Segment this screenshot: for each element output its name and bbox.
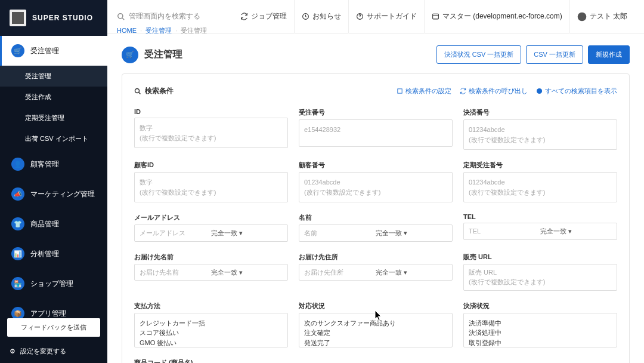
shirt-icon: 👕: [11, 217, 24, 230]
input-customer-id[interactable]: 数字(改行で複数設定できます): [134, 172, 288, 202]
nav-orders[interactable]: 🛒 受注管理: [0, 36, 107, 66]
reload-icon: [460, 88, 466, 94]
nav-analytics-label: 分析管理: [30, 249, 59, 259]
label-product-code: 商品コード (商品名): [134, 358, 617, 364]
chart-icon: 📊: [11, 247, 24, 260]
settings-link[interactable]: ⚙ 設定を変更する: [10, 347, 66, 356]
csv-payment-update-button[interactable]: 決済状況 CSV 一括更新: [436, 45, 522, 64]
subnav-subscription[interactable]: 定期受注管理: [0, 107, 107, 128]
top-news[interactable]: お知らせ: [294, 0, 348, 33]
refresh-icon: [240, 13, 248, 20]
search-load-link[interactable]: 検索条件の呼び出し: [460, 87, 528, 96]
top-job[interactable]: ジョブ管理: [233, 0, 294, 33]
label-ship-addr: お届け先住所: [299, 253, 453, 262]
label-name: 名前: [299, 213, 453, 222]
input-email[interactable]: メールアドレス完全一致 ▾: [134, 224, 288, 242]
label-customer-num: 顧客番号: [299, 161, 453, 170]
search-card-title: 検索条件: [134, 86, 174, 96]
search-showall-link[interactable]: すべての検索項目を表示: [536, 87, 617, 96]
search-icon: [134, 88, 141, 95]
cart-icon: 🛒: [11, 44, 24, 57]
label-payment-num: 決済番号: [463, 108, 617, 117]
crumb-home[interactable]: HOME: [117, 27, 137, 34]
nav-customers[interactable]: 👤顧客管理: [0, 149, 107, 179]
avatar-icon: [577, 12, 587, 21]
top-master[interactable]: マスター (development.ec-force.com): [424, 0, 569, 33]
nav-analytics[interactable]: 📊分析管理: [0, 239, 107, 269]
svg-rect-6: [398, 89, 402, 93]
nav-orders-label: 受注管理: [30, 46, 59, 56]
input-ship-name[interactable]: お届け先名前完全一致 ▾: [134, 264, 288, 281]
search-icon: [117, 13, 125, 21]
brand-logo: [10, 10, 26, 26]
label-ship-name: お届け先名前: [134, 253, 288, 262]
svg-point-0: [118, 13, 123, 18]
label-id: ID: [134, 108, 288, 115]
input-ship-addr[interactable]: お届け先住所完全一致 ▾: [299, 264, 453, 281]
brand-name: SUPER STUDIO: [32, 14, 93, 22]
input-tel[interactable]: TEL完全一致 ▾: [463, 223, 617, 240]
top-user[interactable]: テスト 太郎: [569, 0, 634, 33]
label-sale-url: 販売 URL: [463, 253, 617, 262]
match-tel[interactable]: 完全一致 ▾: [540, 226, 612, 236]
svg-point-4: [577, 12, 586, 21]
label-subscription-num: 定期受注番号: [463, 161, 617, 170]
csv-update-button[interactable]: CSV 一括更新: [526, 45, 583, 64]
nav-shop-label: ショップ管理: [30, 279, 73, 289]
label-order-num: 受注番号: [299, 108, 453, 117]
svg-rect-3: [433, 14, 439, 19]
search-card: 検索条件 検索条件の設定 検索条件の呼び出し すべての検索項目を表示 ID数字(…: [122, 73, 630, 363]
input-order-num[interactable]: e154428932: [299, 119, 453, 147]
main-content: 🛒 受注管理 決済状況 CSV 一括更新 CSV 一括更新 新規作成 検索条件 …: [107, 0, 644, 363]
subnav-order-create[interactable]: 受注作成: [0, 87, 107, 107]
input-sale-url[interactable]: 販売 URL(改行で複数設定できます): [463, 264, 617, 291]
top-support[interactable]: サポートガイド: [348, 0, 424, 33]
select-order-status[interactable]: 次のサンクスオファー商品あり注文確定発送完了配送完了: [299, 313, 453, 347]
breadcrumb: HOME·受注管理·受注管理: [107, 23, 216, 39]
page-header: 🛒 受注管理 決済状況 CSV 一括更新 CSV 一括更新 新規作成: [122, 45, 630, 64]
nav-marketing[interactable]: 📣マーケティング管理: [0, 179, 107, 209]
match-name[interactable]: 完全一致 ▾: [376, 228, 447, 238]
brand: SUPER STUDIO: [0, 0, 107, 36]
feedback-button[interactable]: フィードバックを送信: [7, 318, 100, 337]
nav-shop[interactable]: 🏪ショップ管理: [0, 269, 107, 299]
select-payment-method[interactable]: クレジットカード一括スコア後払いGMO 後払いクレジットカード分割: [134, 313, 288, 347]
label-payment-status: 決済状況: [463, 302, 617, 310]
settings-label: 設定を変更する: [20, 347, 66, 356]
search-settings-link[interactable]: 検索条件の設定: [397, 87, 451, 96]
input-subscription-num[interactable]: 01234abcde(改行で複数設定できます): [463, 172, 617, 202]
gear-icon: ⚙: [10, 347, 16, 355]
nav-customers-label: 顧客管理: [30, 159, 59, 170]
cart-icon: 🛒: [122, 47, 138, 63]
global-search[interactable]: 管理画面内を検索する: [117, 11, 233, 21]
match-ship-name[interactable]: 完全一致 ▾: [211, 267, 283, 278]
input-name[interactable]: 名前完全一致 ▾: [299, 224, 453, 242]
label-payment-method: 支払方法: [134, 302, 288, 310]
input-id[interactable]: 数字(改行で複数設定できます): [134, 118, 288, 148]
crumb-2: 受注管理: [181, 27, 207, 34]
label-customer-id: 顧客ID: [134, 161, 288, 170]
speaker-icon: 📣: [11, 187, 24, 201]
shop-icon: 🏪: [11, 277, 24, 290]
help-icon: [356, 13, 364, 20]
svg-point-7: [537, 88, 542, 94]
match-ship-addr[interactable]: 完全一致 ▾: [376, 267, 447, 278]
nav-marketing-label: マーケティング管理: [30, 189, 95, 199]
label-tel: TEL: [463, 213, 617, 220]
input-payment-num[interactable]: 01234abcde(改行で複数設定できます): [463, 119, 617, 150]
subnav-orders[interactable]: 受注管理: [0, 66, 107, 87]
info-icon: [536, 88, 543, 94]
nav-apps-label: アプリ管理: [30, 309, 66, 319]
subnav-csv-import[interactable]: 出荷 CSV インポート: [0, 128, 107, 149]
match-email[interactable]: 完全一致 ▾: [211, 228, 283, 238]
input-customer-num[interactable]: 01234abcde(改行で複数設定できます): [299, 172, 453, 202]
create-button[interactable]: 新規作成: [588, 45, 630, 64]
crumb-1[interactable]: 受注管理: [145, 27, 172, 34]
nav-products-label: 商品管理: [30, 219, 59, 229]
page-title: 受注管理: [144, 48, 182, 61]
top-links: ジョブ管理 お知らせ サポートガイド マスター (development.ec-…: [233, 0, 634, 33]
window-icon: [432, 13, 439, 20]
nav-products[interactable]: 👕商品管理: [0, 209, 107, 239]
select-payment-status[interactable]: 決済準備中決済処理中取引登録中取引登録失敗: [463, 313, 617, 347]
square-icon: [397, 88, 403, 94]
